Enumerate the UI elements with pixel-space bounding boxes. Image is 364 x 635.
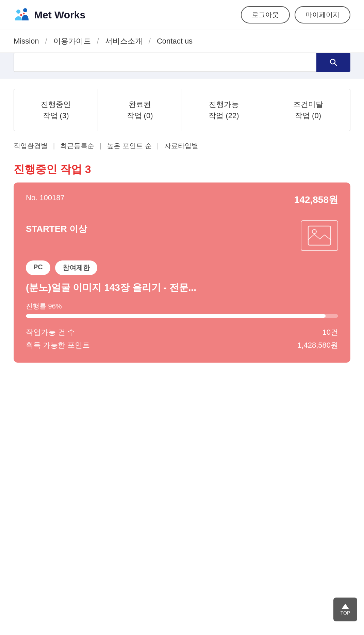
progress-bar-fill <box>26 314 326 318</box>
card-stats: 작업가능 건 수 10건 획득 가능한 포인트 1,428,580원 <box>26 327 338 350</box>
svg-rect-6 <box>308 226 331 245</box>
image-placeholder-icon <box>308 225 331 246</box>
search-area <box>0 53 364 79</box>
tag-restricted: 참여제한 <box>55 260 97 275</box>
section-title: 진행중인 작업 3 <box>0 154 364 182</box>
card-top-row: No. 100187 142,858원 <box>26 193 338 206</box>
svg-point-1 <box>23 8 27 12</box>
tag-pc: PC <box>26 260 50 275</box>
stat-points-value: 1,428,580원 <box>297 340 338 350</box>
card-level: STARTER 이상 <box>26 220 87 235</box>
logo-text: Met Works <box>34 9 85 21</box>
header-buttons: 로그아웃 마이페이지 <box>241 6 350 23</box>
card-stat-row-1: 작업가능 건 수 10건 <box>26 327 338 337</box>
section-title-count: 3 <box>85 163 91 175</box>
sort-section: 작업환경별 | 최근등록순 | 높은 포인트 순 | 자료타입별 <box>0 134 364 154</box>
mypage-button[interactable]: 마이페이지 <box>295 6 350 23</box>
nav-divider-3: / <box>149 37 151 46</box>
nav-item-contact[interactable]: Contact us <box>157 37 193 46</box>
card-tags: PC 참여제한 <box>26 260 338 275</box>
nav-item-service[interactable]: 서비스소개 <box>105 36 143 46</box>
svg-point-2 <box>20 14 22 16</box>
stat-in-progress[interactable]: 진행중인작업 (3) <box>14 89 98 131</box>
nav-item-mission[interactable]: Mission <box>14 37 39 46</box>
search-input[interactable] <box>14 53 316 72</box>
nav-divider-1: / <box>45 37 47 46</box>
card-image-placeholder <box>301 220 338 251</box>
svg-point-3 <box>23 13 25 14</box>
progress-label: 진행률 96% <box>26 302 338 311</box>
sort-by-recent[interactable]: 최근등록순 <box>60 141 94 150</box>
stat-available-count-label: 작업가능 건 수 <box>26 327 75 337</box>
nav: Mission / 이용가이드 / 서비스소개 / Contact us <box>0 30 364 53</box>
card-middle: STARTER 이상 <box>26 220 338 251</box>
card-divider <box>26 212 338 212</box>
sort-divider-2: | <box>100 142 101 150</box>
logo-icon <box>14 7 31 22</box>
stats-section: 진행중인작업 (3) 완료된작업 (0) 진행가능작업 (22) 조건미달작업 … <box>0 79 364 134</box>
stat-completed[interactable]: 완료된작업 (0) <box>98 89 182 131</box>
card-title: (분노)얼굴 이미지 143장 올리기 - 전문... <box>26 281 338 294</box>
stat-available-count-value: 10건 <box>322 327 338 337</box>
card-number: No. 100187 <box>26 193 65 202</box>
sort-by-points[interactable]: 높은 포인트 순 <box>107 141 151 150</box>
svg-point-4 <box>330 59 335 64</box>
svg-point-7 <box>312 229 316 234</box>
stats-grid: 진행중인작업 (3) 완료된작업 (0) 진행가능작업 (22) 조건미달작업 … <box>14 89 350 131</box>
header: Met Works 로그아웃 마이페이지 <box>0 0 364 30</box>
search-icon <box>329 58 337 66</box>
sort-by-env[interactable]: 작업환경별 <box>14 141 48 150</box>
nav-divider-2: / <box>97 37 99 46</box>
sort-by-type[interactable]: 자료타입별 <box>164 141 198 150</box>
sort-divider-1: | <box>53 142 55 150</box>
task-card[interactable]: No. 100187 142,858원 STARTER 이상 PC 참여제한 (… <box>14 182 350 363</box>
card-price: 142,858원 <box>294 193 338 206</box>
progress-bar-bg <box>26 314 338 318</box>
card-section: No. 100187 142,858원 STARTER 이상 PC 참여제한 (… <box>0 182 364 376</box>
logout-button[interactable]: 로그아웃 <box>241 6 290 23</box>
stat-available[interactable]: 진행가능작업 (22) <box>182 89 266 131</box>
svg-point-0 <box>16 10 20 14</box>
stat-points-label: 획득 가능한 포인트 <box>26 340 90 350</box>
nav-item-guide[interactable]: 이용가이드 <box>53 36 91 46</box>
search-button[interactable] <box>316 53 350 72</box>
top-button[interactable]: TOP <box>333 598 357 621</box>
svg-line-5 <box>334 63 337 66</box>
logo-area: Met Works <box>14 7 85 22</box>
section-title-prefix: 진행중인 작업 <box>14 163 85 175</box>
svg-marker-8 <box>342 604 349 609</box>
sort-divider-3: | <box>157 142 159 150</box>
stat-unqualified[interactable]: 조건미달작업 (0) <box>266 89 350 131</box>
card-stat-row-2: 획득 가능한 포인트 1,428,580원 <box>26 340 338 350</box>
top-arrow-icon <box>342 603 349 609</box>
top-label: TOP <box>341 610 350 616</box>
